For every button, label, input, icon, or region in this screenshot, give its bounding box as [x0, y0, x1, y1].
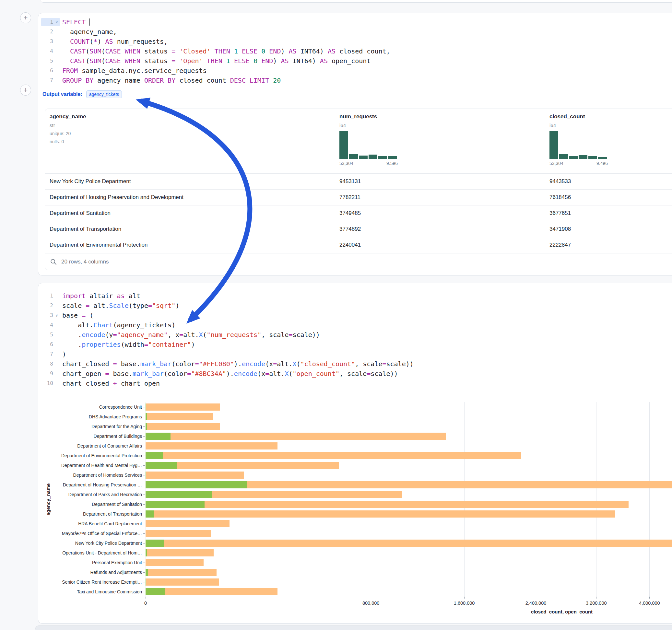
table-cell: 3749485 [339, 210, 361, 217]
y-axis-tick-label: Department of Parks and Recreation [38, 492, 142, 498]
bar-open-count [146, 452, 163, 459]
code-text: FROM sample_data.nyc.service_requests [62, 66, 207, 75]
add-cell-button-middle[interactable]: + [20, 84, 31, 96]
line-number: 5 [41, 57, 53, 65]
table-cell: 9443533 [549, 178, 571, 185]
bar-open-count [146, 491, 212, 498]
histogram-max-label: 9.5e6 [386, 161, 398, 166]
table-cell: Department of Sanitation [50, 210, 111, 217]
python-code-editor[interactable]: 1import altair as alt2scale = alt.Scale(… [38, 283, 672, 388]
histogram-bar [359, 155, 368, 159]
histogram-bar [589, 156, 597, 159]
x-axis-tick [371, 597, 371, 599]
code-text: chart_closed + chart_open [62, 379, 160, 388]
code-line[interactable]: 1import altair as alt [38, 291, 672, 301]
line-number: 4 [41, 321, 53, 329]
column-header-agency_name[interactable]: agency_namestrunique: 20nulls: 0 [50, 109, 86, 144]
histogram-bar [368, 154, 377, 159]
histogram-bar [598, 157, 607, 159]
fold-caret-icon[interactable]: ∨ [53, 311, 60, 319]
output-variable-chip[interactable]: agency_tickets [86, 91, 122, 98]
y-axis-tick-label: Department of Consumer Affairs [38, 443, 142, 449]
fold-spacer [53, 76, 60, 84]
fold-spacer [53, 321, 60, 329]
code-line[interactable]: 6 .properties(width="container") [38, 340, 672, 349]
sql-cell: 1∨SELECT 2 agency_name,3 COUNT(*) AS num… [38, 13, 672, 275]
x-axis-tick-label: 3,200,000 [577, 601, 616, 606]
y-axis-tick-label: New York City Police Department [38, 540, 142, 546]
code-text: GROUP BY agency_name ORDER BY closed_cou… [62, 75, 281, 85]
code-line[interactable]: 4 alt.Chart(agency_tickets) [38, 320, 672, 330]
code-line[interactable]: 3 COUNT(*) AS num_requests, [38, 37, 672, 46]
y-axis-tick-label: Mayorâ€™s Office of Special Enforce… [38, 531, 142, 536]
code-text: import altair as alt [62, 291, 140, 301]
code-line[interactable]: 1∨SELECT [38, 17, 672, 27]
bar-open-count [146, 501, 205, 508]
table-cell: 9453131 [339, 178, 361, 185]
code-line[interactable]: 3∨base = ( [38, 311, 672, 320]
add-cell-button-top[interactable]: + [20, 12, 31, 23]
y-axis-tick-label: Department of Transportation [38, 511, 142, 517]
y-axis-tick [143, 417, 145, 417]
code-line[interactable]: 2scale = alt.Scale(type="sqrt") [38, 301, 672, 311]
histogram-max-label: 9.4e6 [597, 161, 608, 166]
code-line[interactable]: 7) [38, 349, 672, 359]
y-axis-tick [143, 563, 145, 563]
bar-closed-count [146, 530, 211, 537]
code-line[interactable]: 6FROM sample_data.nyc.service_requests [38, 66, 672, 75]
bar-closed-count [146, 433, 446, 440]
code-line[interactable]: 9chart_open = base.mark_bar(color="#8BC3… [38, 369, 672, 379]
column-header-num_requests[interactable]: num_requestsi6453,3049.5e6 [339, 109, 398, 166]
code-line[interactable]: 5 .encode(y="agency_name", x=alt.X("num_… [38, 330, 672, 340]
column-type: i64 [339, 122, 398, 128]
sql-code-editor[interactable]: 1∨SELECT 2 agency_name,3 COUNT(*) AS num… [38, 13, 672, 85]
y-axis-tick [143, 592, 145, 592]
code-line[interactable]: 7GROUP BY agency_name ORDER BY closed_co… [38, 75, 672, 85]
gridline [536, 402, 536, 597]
line-number: 8 [41, 360, 53, 368]
code-text: ) [62, 349, 66, 359]
gridline [649, 402, 650, 597]
line-number: 2 [41, 302, 53, 310]
table-header: agency_namestrunique: 20nulls: 0num_requ… [45, 109, 672, 174]
previous-cell-bottom [40, 0, 672, 3]
search-icon[interactable] [50, 259, 57, 265]
code-line[interactable]: 10chart_closed + chart_open [38, 379, 672, 388]
fold-caret-icon[interactable]: ∨ [53, 18, 60, 26]
y-axis-tick-label: Department of Sanitation [38, 501, 142, 507]
table-row: New York City Police Department945313194… [45, 174, 672, 190]
line-number: 5 [41, 331, 53, 339]
code-line[interactable]: 8chart_closed = base.mark_bar(color="#FF… [38, 359, 672, 369]
x-axis-tick-label: 1,600,000 [445, 601, 484, 606]
y-axis-tick [143, 533, 145, 534]
bar-closed-count [146, 569, 217, 576]
code-line[interactable]: 4 CAST(SUM(CASE WHEN status = 'Closed' T… [38, 46, 672, 56]
y-axis-tick-label: Department of Homeless Services [38, 472, 142, 478]
column-type: i64 [549, 122, 608, 128]
column-header-closed_count[interactable]: closed_counti6453,3049.4e6 [549, 109, 608, 166]
histogram-bar [378, 156, 387, 159]
table-cell: 3471908 [549, 226, 571, 232]
bar-closed-count [146, 588, 278, 595]
fold-spacer [53, 350, 60, 358]
fold-spacer [53, 380, 60, 387]
bar-open-count [146, 549, 147, 556]
code-line[interactable]: 2 agency_name, [38, 27, 672, 37]
x-axis-tick-label: 2,400,000 [517, 601, 555, 606]
code-line[interactable]: 5 CAST(SUM(CASE WHEN status = 'Open' THE… [38, 56, 672, 66]
histogram-min-label: 53,304 [339, 161, 353, 166]
code-text: scale = alt.Scale(type="sqrt") [62, 301, 179, 311]
y-axis-tick [143, 456, 145, 456]
bar-open-count [146, 569, 148, 576]
column-type: str [50, 122, 86, 128]
line-number: 9 [41, 370, 53, 378]
code-text: agency_name, [62, 27, 117, 37]
fold-spacer [53, 38, 60, 45]
table-footer: 20 rows, 4 columns [45, 253, 672, 270]
y-axis-tick-label: Personal Exemption Unit [38, 560, 142, 565]
y-axis-tick [143, 427, 145, 427]
table-row: Department of Environmental Protection22… [45, 237, 672, 253]
fold-spacer [53, 370, 60, 378]
output-variable-row: Output variable: agency_tickets [43, 90, 672, 99]
notebook-canvas: + + 1∨SELECT 2 agency_name,3 COUNT(*) AS… [0, 0, 672, 630]
